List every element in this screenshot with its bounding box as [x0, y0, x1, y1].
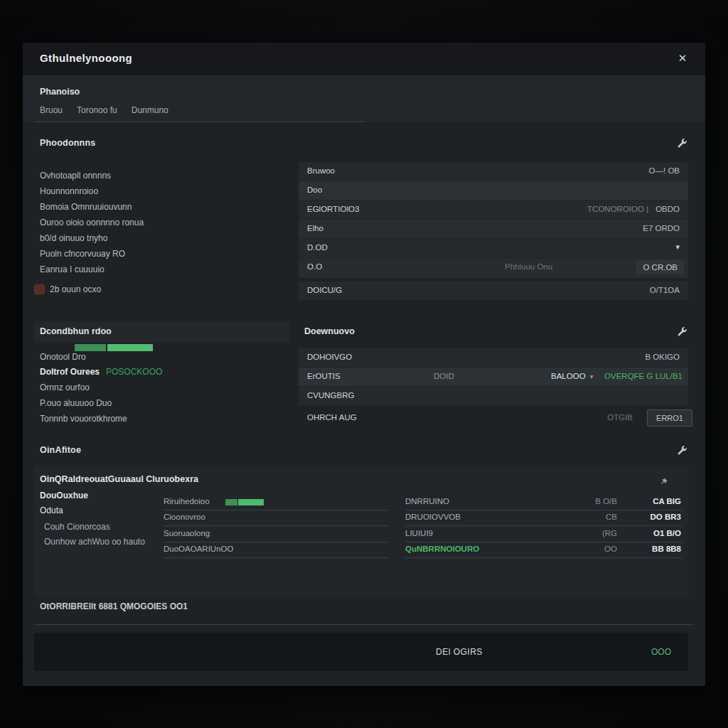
download-row: OHRCH AUG OTGIB ERRO1 [299, 409, 688, 427]
stat-mid-label: DuoOAOARIUnOO [164, 545, 233, 553]
stat-value-row: DNRRUINO B O/B CA BIG [405, 495, 682, 510]
download-profile-link[interactable]: Onotool Dro [40, 352, 86, 362]
field-label: Elho [307, 224, 323, 232]
download-profile-link[interactable]: Tonnnb vouorotkhrome [40, 414, 127, 424]
field-label: D.OD [307, 243, 328, 252]
sub-header: Phanoiso Bruou Toronoo fu Dunmuno [23, 75, 705, 122]
parameter-link[interactable]: Puoln cfncorvuuay RO [40, 249, 125, 259]
field-value: TCONOROIOO |OBDO [587, 205, 680, 213]
download-row[interactable]: DOHOIVGO B OKIGO [299, 348, 688, 367]
stat-mid-label: Cioonovroo [164, 513, 205, 521]
field-row-dropdown[interactable]: D.OD ▾ [299, 239, 688, 257]
statistics-card-title: OinQRaldreouatGuuaaul Cluruobexra [40, 474, 198, 484]
parameters-section-title: Phoodonnns [40, 138, 95, 148]
download-profile-link[interactable]: Ornnz ourfoo [40, 382, 90, 392]
stat-row-label[interactable]: Couh Cionorcoas [44, 522, 110, 532]
tab-underline [34, 122, 365, 122]
stat-mid-row: Riruihedoioo [164, 495, 387, 510]
field-value: E7 ORDO [643, 224, 680, 232]
wrench-icon[interactable] [677, 326, 687, 336]
error-button[interactable]: ERRO1 [647, 410, 692, 427]
modal-title: Gthulnelynooong [40, 52, 132, 64]
download-row-hint: DOID [434, 372, 454, 380]
input-placeholder[interactable]: Phhluuu Onu [505, 262, 552, 271]
field-hint: TCONOROIOO | [587, 205, 648, 213]
download-row-label: DOHOIVGO [307, 353, 352, 361]
field-label: EGlORTIOlO3 [307, 205, 359, 213]
download-section-title: Doewnuovo [304, 326, 355, 336]
progress-segment-light [107, 344, 153, 351]
progress-bar [75, 344, 154, 351]
download-row-select[interactable]: BALOOO▾ [551, 372, 594, 380]
download-row-link[interactable]: OVERQFE G LUL/B1 [604, 372, 682, 380]
wrench-icon[interactable] [677, 445, 687, 455]
stat-value-1: (RG [602, 529, 617, 537]
stat-value-row: LIUIUI9 (RG O1 B/O [405, 527, 682, 542]
stat-mid-row: DuoOAOARIUnOO [164, 542, 387, 558]
download-profile-link[interactable]: Doltrof OureesPOSOCKOOO [40, 367, 162, 377]
close-icon[interactable]: ✕ [675, 51, 690, 65]
stat-value-label-highlight[interactable]: QuNBRRNOIOURO [405, 545, 479, 553]
field-label: O.O [307, 262, 322, 271]
footer-bar-button[interactable]: DEl OGIRS OOO [34, 633, 688, 671]
stat-row-label[interactable]: Ounhow achWuo oo hauto [44, 537, 145, 547]
tab-2[interactable]: Toronoo fu [77, 105, 117, 115]
stat-value-2: BB 8B8 [652, 545, 681, 553]
field-row[interactable]: Elho E7 ORDO [299, 220, 688, 238]
stat-value-row: QuNBRRNOIOURO OO BB 8B8 [405, 542, 682, 558]
stat-value-row: DRUOIOVVOB CB DO BR3 [405, 510, 682, 526]
field-row[interactable]: Bruwoo O—! OB [299, 162, 688, 181]
settings-modal: Gthulnelynooong ✕ Phanoiso Bruou Toronoo… [23, 43, 705, 686]
stat-value-label: DNRRUINO [405, 497, 449, 505]
field-row-input[interactable]: O.O Phhluuu Onu O CR.OB [299, 258, 688, 278]
danger-action-label: 2b ouun ocxo [50, 284, 101, 294]
field-label: Bruwoo [307, 166, 335, 175]
stat-row-label[interactable]: Oduta [40, 505, 63, 515]
parameter-link[interactable]: Bomoia Omnruuiouvunn [40, 202, 132, 212]
field-value-box[interactable]: O CR.OB [636, 260, 684, 274]
chevron-down-icon[interactable]: ▾ [675, 242, 680, 252]
stat-value-1: OO [604, 545, 617, 553]
divider [34, 624, 694, 625]
parameter-link[interactable]: Ouroo oioio oonnnno ronua [40, 218, 144, 228]
download-row-label: CVUNGBRG [307, 391, 354, 400]
field-row[interactable]: Doo [299, 181, 688, 200]
wrench-icon[interactable] [677, 138, 687, 148]
field-value: O/T1OA [650, 286, 680, 294]
statistics-footnote: OtORRIBREllt 6881 QMOGOIES OO1 [40, 601, 188, 611]
download-profile-link[interactable]: P.ouo aluuuoo Duo [40, 398, 112, 408]
parameter-link[interactable]: Hounnonnroioo [40, 186, 98, 196]
download-row-label: OHRCH AUG [307, 413, 357, 422]
pin-icon[interactable] [660, 476, 668, 484]
danger-action[interactable]: 2b ouun ocxo [34, 284, 101, 294]
stat-value-2: CA BIG [653, 497, 681, 505]
download-profile-header: Dcondbhun rdoo [34, 321, 290, 343]
screen: Gthulnelynooong ✕ Phanoiso Bruou Toronoo… [0, 0, 728, 728]
mini-progress-bar [225, 499, 264, 505]
mini-progress-segment-dark [225, 499, 238, 505]
field-label: DOICU/G [307, 286, 342, 294]
parameter-link[interactable]: Eanrua I cuuuuio [40, 264, 105, 274]
tab-bar: Bruou Toronoo fu Dunmuno [40, 105, 168, 115]
field-row[interactable]: DOICU/G O/T1OA [299, 282, 688, 300]
parameter-link[interactable]: Ovhotoapll onnnns [40, 171, 111, 181]
mini-progress-segment-light [238, 499, 264, 505]
field-label: Doo [307, 186, 322, 194]
parameter-link[interactable]: b0/d oinuuo tnyho [40, 233, 107, 243]
stat-mid-label: Suoruaolong [164, 529, 210, 537]
status-badge: POSOCKOOO [106, 367, 162, 377]
field-row[interactable]: EGlORTIOlO3 TCONOROIOO |OBDO [299, 200, 688, 219]
download-row-value: B OKIGO [645, 353, 680, 361]
stat-value-2: DO BR3 [651, 513, 681, 521]
download-row-hint: OTGIB [607, 413, 633, 422]
tab-3[interactable]: Dunmuno [132, 105, 168, 115]
stat-row-label[interactable]: DouOuxhue [40, 491, 88, 500]
stat-value-2: O1 B/O [653, 529, 681, 537]
download-profile-title: Dcondbhun rdoo [40, 326, 112, 336]
title-bar: Gthulnelynooong ✕ [23, 43, 705, 75]
tab-1[interactable]: Bruou [40, 105, 63, 115]
download-row[interactable]: ErOUTIS DOID BALOOO▾ OVERQFE G LUL/B1 [299, 368, 688, 386]
download-row[interactable]: CVUNGBRG [299, 387, 688, 405]
stat-value-1: B O/B [595, 497, 617, 505]
stat-value-1: CB [606, 513, 617, 521]
